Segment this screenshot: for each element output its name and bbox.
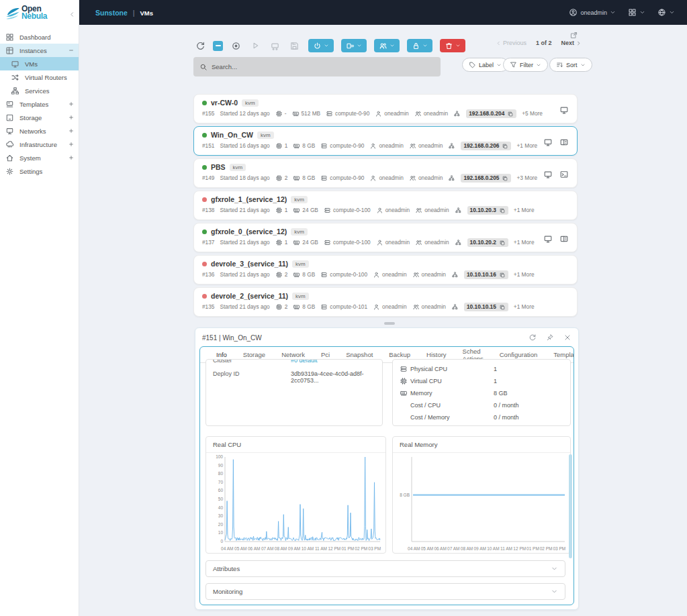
copy-ip-button[interactable] [499, 271, 506, 278]
vnc-console-button[interactable] [543, 232, 553, 244]
select-all-checkbox[interactable] [213, 41, 223, 51]
storage-icon [5, 113, 14, 122]
svg-text:09 AM: 09 AM [473, 546, 486, 551]
vm-ip-badge[interactable]: 10.10.20.3 [467, 206, 508, 215]
vms-icon [11, 60, 19, 68]
minus-icon-toggle[interactable] [68, 47, 75, 54]
sidebar-item-system[interactable]: System [0, 151, 79, 164]
label-filter-button[interactable]: Label [462, 58, 508, 72]
locate-button[interactable] [229, 39, 242, 52]
sidebar-item-settings[interactable]: Settings [0, 164, 79, 178]
save-button[interactable] [287, 39, 301, 52]
vm-ip-badge[interactable]: 10.10.10.16 [464, 270, 508, 279]
detail-close-button[interactable] [563, 333, 571, 342]
sidebar-item-storage[interactable]: Storage [0, 111, 79, 124]
attributes-accordion[interactable]: Attributes [205, 560, 565, 577]
sidebar-item-dashboard[interactable]: Dashboard [0, 30, 79, 44]
filter-button[interactable]: Filter [503, 58, 548, 72]
cpu-icon [275, 271, 283, 278]
vnc-console-button[interactable] [543, 136, 553, 148]
detail-panel-body: InfoStorageNetworkPciSnapshotBackupHisto… [199, 346, 574, 605]
lock-actions-button[interactable] [407, 39, 432, 52]
vm-ip-badge[interactable]: 192.168.0.206 [461, 142, 511, 150]
vm-row-155[interactable]: vr-CW-0 kvm #155 Started 12 days ago - 5… [193, 94, 578, 123]
chevron-down-icon [496, 62, 502, 68]
vm-network [448, 174, 455, 182]
sidebar-item-instances[interactable]: Instances [0, 44, 79, 57]
vm-ip-badge[interactable]: 192.168.0.205 [461, 174, 511, 183]
monitoring-accordion[interactable]: Monitoring [205, 583, 565, 600]
sidebar-item-services[interactable]: Services [0, 84, 79, 97]
rdp-console-button[interactable] [559, 232, 569, 244]
deploy-button[interactable] [268, 39, 281, 52]
plus-icon-toggle[interactable] [68, 127, 75, 134]
previous-page-button[interactable]: Previous [496, 40, 526, 46]
plus-icon-toggle[interactable] [68, 154, 75, 161]
search-row: Label Filter Sort [193, 57, 687, 76]
play-button[interactable] [248, 39, 262, 52]
vm-more-ips[interactable]: +1 More [514, 303, 535, 310]
vm-ip-badge[interactable]: 10.10.10.15 [464, 303, 508, 311]
panel-scrollbar-thumb[interactable] [569, 454, 572, 558]
copy-ip-button[interactable] [499, 207, 506, 214]
rdp-console-button[interactable] [559, 136, 569, 148]
panel-resize-handle[interactable] [384, 322, 395, 325]
detail-pin-button[interactable] [546, 333, 554, 342]
next-page-button[interactable]: Next [561, 40, 582, 46]
breadcrumb-app[interactable]: Sunstone [95, 9, 128, 17]
copy-ip-button[interactable] [502, 174, 508, 182]
vm-more-ips[interactable]: +1 More [516, 142, 537, 149]
svg-text:70: 70 [218, 480, 224, 484]
sidebar-collapse-button[interactable] [68, 8, 76, 20]
user-menu[interactable]: oneadmin [569, 8, 616, 17]
plus-icon-toggle[interactable] [68, 141, 75, 148]
vm-row-136[interactable]: devrole_3_(service_11) kvm #136 Started … [193, 255, 578, 285]
copy-ip-button[interactable] [507, 110, 514, 117]
language-menu[interactable] [657, 8, 675, 17]
refresh-button[interactable] [193, 39, 207, 52]
vm-row-151[interactable]: Win_On_CW kvm #151 Started 16 days ago 1… [193, 126, 578, 156]
cluster-value-link[interactable]: #0 default [291, 359, 318, 364]
sort-button[interactable]: Sort [549, 58, 592, 72]
breadcrumb-separator: | [133, 9, 135, 17]
vm-started: Started 16 days ago [220, 142, 269, 149]
vm-ip-badge[interactable]: 192.168.0.204 [466, 109, 516, 118]
plus-icon-toggle[interactable] [68, 101, 75, 107]
vm-row-137[interactable]: gfxrole_0_(service_12) kvm #137 Started … [193, 223, 578, 252]
vnc-console-button[interactable] [543, 168, 553, 180]
vnc-console-button[interactable] [559, 103, 569, 115]
delete-actions-button[interactable] [440, 39, 465, 52]
real-cpu-chart: 010203040506070809010004 AM05 AM06 AM07 … [206, 453, 385, 552]
memory-icon [293, 174, 300, 182]
vm-more-ips[interactable]: +1 More [514, 239, 535, 246]
sidebar-item-infrastructure[interactable]: Infrastructure [0, 138, 79, 151]
search-input[interactable] [212, 63, 413, 70]
power-actions-button[interactable] [308, 39, 334, 52]
copy-ip-button[interactable] [502, 142, 508, 150]
vm-more-ips[interactable]: +3 More [516, 174, 537, 181]
vm-row-135[interactable]: devrole_2_(service_11) kvm #135 Started … [193, 287, 578, 317]
vm-row-138[interactable]: gfxrole_1_(service_12) kvm #138 Started … [193, 191, 578, 220]
sidebar-item-templates[interactable]: Templates [0, 97, 79, 111]
copy-ip-button[interactable] [499, 303, 506, 311]
copy-ip-button[interactable] [499, 239, 506, 246]
plus-icon-toggle[interactable] [68, 114, 75, 121]
ssh-console-button[interactable] [559, 168, 569, 180]
vm-cpu: 1 [275, 207, 288, 214]
apps-menu[interactable] [628, 8, 645, 17]
vm-more-ips[interactable]: +5 More [522, 110, 543, 117]
vm-more-ips[interactable]: +1 More [514, 271, 535, 278]
vm-ip-badge[interactable]: 10.10.20.2 [467, 238, 508, 247]
sidebar-item-vms[interactable]: VMs [0, 57, 79, 70]
sidebar-item-virtual-routers[interactable]: Virtual Routers [0, 70, 79, 84]
sidebar-item-networks[interactable]: Networks [0, 124, 79, 138]
trash-icon [445, 42, 453, 50]
network-icon [455, 239, 462, 246]
svg-text:06 AM: 06 AM [248, 546, 260, 551]
detail-refresh-button[interactable] [529, 333, 537, 342]
vm-more-ips[interactable]: +1 More [514, 207, 535, 213]
migrate-actions-button[interactable] [341, 39, 367, 52]
vm-row-149[interactable]: PBS kvm #149 Started 18 days ago 2 8 GB … [193, 158, 578, 188]
ownership-actions-button[interactable] [374, 39, 400, 52]
copy-icon [499, 304, 506, 311]
